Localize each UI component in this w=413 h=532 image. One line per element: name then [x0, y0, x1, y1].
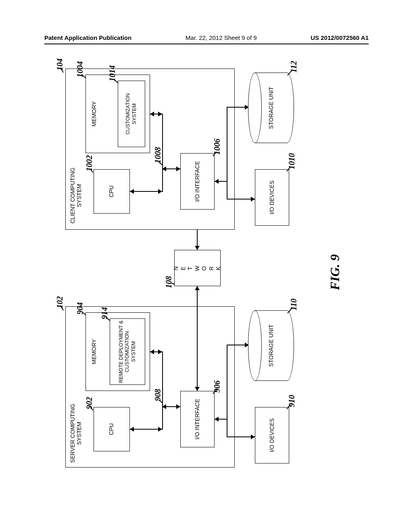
server-cpu-label: CPU — [108, 423, 115, 435]
client-io-devices-ref: 1010 — [287, 153, 296, 169]
header-left: Patent Application Publication — [44, 34, 131, 41]
server-bus-ref: 908 — [153, 389, 163, 401]
client-io-interface-ref: 1006 — [213, 139, 222, 155]
client-title: CLIENT COMPUTING SYSTEM — [69, 165, 82, 226]
figure-9: SERVER COMPUTING SYSTEM 102 CPU 902 MEMO… — [53, 60, 360, 472]
client-io-interface-label: I/O INTERFACE — [194, 161, 201, 202]
server-title: SERVER COMPUTING SYSTEM — [69, 403, 82, 463]
client-io-devices: I/O DEVICES — [255, 169, 289, 226]
page: Patent Application Publication Mar. 22, … — [0, 0, 413, 532]
server-subsystem-label: REMOTE DEPLOYMENT & CUSTOMIZATION SYSTEM — [118, 320, 137, 383]
client-storage-label: STORAGE UNIT — [268, 87, 274, 129]
client-storage: STORAGE UNIT — [255, 73, 287, 143]
server-storage-label: STORAGE UNIT — [268, 324, 274, 367]
server-io-devices-label: I/O DEVICES — [269, 418, 276, 452]
client-memory-ref: 1004 — [75, 61, 85, 77]
server-subsystem: REMOTE DEPLOYMENT & CUSTOMIZATION SYSTEM — [110, 318, 145, 385]
page-header: Patent Application Publication Mar. 22, … — [44, 34, 369, 41]
server-io-interface-ref: 906 — [213, 380, 222, 393]
client-subsystem: CUSTOMIZATION SYSTEM — [118, 81, 145, 147]
server-ref: 102 — [55, 296, 65, 308]
server-subsystem-ref: 914 — [100, 307, 109, 319]
client-io-devices-label: I/O DEVICES — [269, 181, 276, 214]
server-io-interface: I/O INTERFACE — [180, 391, 215, 447]
server-io-devices-ref: 910 — [287, 395, 296, 407]
server-cpu-ref: 902 — [85, 397, 94, 409]
network-box: NETWORK — [174, 250, 221, 286]
network-ref: 108 — [164, 276, 173, 288]
client-bus-ref: 1008 — [153, 147, 163, 163]
client-subsystem-label: CUSTOMIZATION SYSTEM — [125, 83, 138, 145]
client-cpu: CPU — [94, 169, 130, 214]
client-cpu-label: CPU — [108, 185, 115, 197]
header-right: US 2012/0072560 A1 — [311, 34, 369, 41]
network-label: NETWORK — [173, 265, 222, 271]
client-ref: 104 — [55, 58, 65, 71]
figure-wrap: SERVER COMPUTING SYSTEM 102 CPU 902 MEMO… — [53, 60, 360, 472]
server-storage: STORAGE UNIT — [255, 310, 287, 381]
header-center: Mar. 22, 2012 Sheet 9 of 9 — [186, 34, 257, 41]
server-memory-label: MEMORY — [91, 339, 98, 364]
header-rule — [44, 44, 369, 44]
server-io-interface-label: I/O INTERFACE — [194, 399, 201, 439]
client-subsystem-ref: 1014 — [108, 65, 117, 81]
client-memory-label: MEMORY — [91, 101, 98, 127]
server-cpu: CPU — [94, 407, 130, 451]
server-io-devices: I/O DEVICES — [255, 407, 289, 463]
client-io-interface: I/O INTERFACE — [180, 153, 215, 210]
figure-caption: FIG. 9 — [327, 254, 342, 290]
